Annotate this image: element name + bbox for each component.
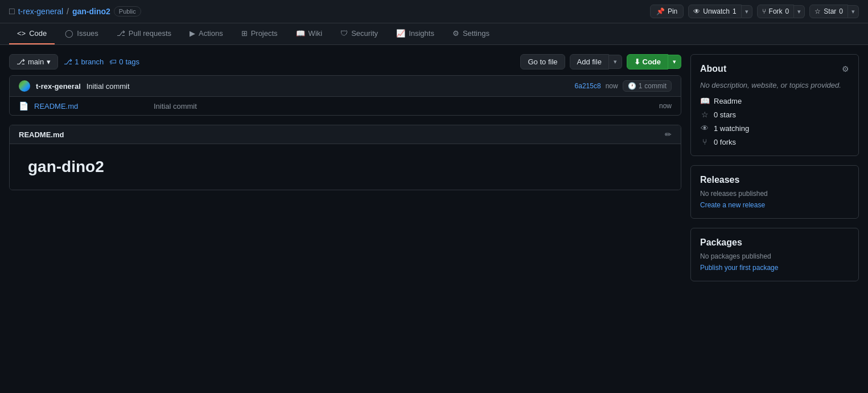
tag-count: 0 [119, 58, 123, 66]
readme-content: gan-dino2 [10, 144, 681, 190]
readme-link[interactable]: Readme [714, 97, 742, 105]
add-file-label: Add file [577, 58, 602, 66]
unwatch-button[interactable]: 👁 Unwatch 1 [688, 5, 741, 18]
unwatch-chevron[interactable]: ▾ [742, 5, 752, 18]
repo-icon: □ [9, 6, 15, 17]
fork-chevron[interactable]: ▾ [794, 5, 805, 18]
tab-projects[interactable]: ⊞ Projects [233, 23, 286, 44]
main-content: ⎇ main ▾ ⎇ 1 branch 🏷 0 tags Go to file [0, 45, 868, 290]
code-button[interactable]: ⬇ Code [627, 54, 668, 69]
unwatch-count: 1 [733, 7, 737, 15]
fork-icon: ⑂ [762, 7, 766, 15]
nav-action-buttons: 📌 Pin 👁 Unwatch 1 ▾ ⑂ Fork 0 ▾ ☆ [650, 5, 859, 18]
unwatch-label: Unwatch [703, 7, 730, 15]
readme-title: README.md [19, 130, 64, 139]
commit-number: 1 [639, 82, 643, 90]
readme-edit-icon[interactable]: ✏ [665, 130, 672, 139]
repo-name-link[interactable]: gan-dino2 [72, 7, 110, 16]
watching-link[interactable]: 1 watching [714, 124, 749, 133]
go-to-file-button[interactable]: Go to file [520, 54, 565, 69]
tab-security[interactable]: 🛡 Security [332, 23, 386, 44]
tag-count-link[interactable]: 🏷 0 tags [109, 58, 139, 66]
tab-bar: <> Code ◯ Issues ⎇ Pull requests ▶ Actio… [0, 23, 868, 45]
left-column: ⎇ main ▾ ⎇ 1 branch 🏷 0 tags Go to file [9, 54, 681, 281]
tab-code[interactable]: <> Code [9, 23, 55, 44]
add-file-chevron[interactable]: ▾ [609, 55, 622, 69]
issues-tab-icon: ◯ [65, 29, 73, 38]
star-button[interactable]: ☆ Star 0 [809, 5, 848, 18]
commit-header: t-rex-general Initial commit 6a215c8 now… [10, 76, 681, 97]
stars-stat-row: ☆ 0 stars [700, 110, 849, 119]
commit-clock-icon: 🕐 [628, 82, 636, 90]
stars-label: stars [720, 110, 736, 119]
eye-icon: 👁 [693, 7, 700, 15]
code-btn-label: Code [643, 58, 661, 66]
commit-message: Initial commit [87, 82, 130, 91]
commit-count[interactable]: 🕐 1 commit [623, 80, 672, 92]
top-nav: □ t-rex-general / gan-dino2 Public 📌 Pin… [0, 0, 868, 23]
branch-name: main [28, 58, 44, 66]
file-type-icon: 📄 [19, 101, 28, 110]
tab-wiki[interactable]: 📖 Wiki [288, 23, 331, 44]
tab-settings[interactable]: ⚙ Settings [445, 23, 497, 44]
tab-insights[interactable]: 📈 Insights [388, 23, 442, 44]
actions-tab-icon: ▶ [190, 29, 195, 38]
about-section: About ⚙ No description, website, or topi… [690, 54, 859, 156]
about-header: About ⚙ [700, 64, 849, 74]
star-chevron[interactable]: ▾ [848, 5, 859, 18]
fork-button[interactable]: ⑂ Fork 0 [757, 5, 795, 18]
about-settings-icon[interactable]: ⚙ [842, 64, 849, 73]
fork-label: Fork [769, 7, 783, 15]
committer-name[interactable]: t-rex-general [36, 82, 81, 91]
file-commit-message: Initial commit [154, 102, 653, 110]
tab-issues[interactable]: ◯ Issues [57, 23, 106, 44]
publish-package-link[interactable]: Publish your first package [700, 264, 778, 272]
packages-section: Packages No packages published Publish y… [690, 228, 859, 281]
readme-project-name: gan-dino2 [28, 158, 663, 176]
projects-tab-icon: ⊞ [241, 29, 248, 38]
file-name-link[interactable]: README.md [34, 102, 148, 110]
tab-pull-requests[interactable]: ⎇ Pull requests [109, 23, 179, 44]
pr-tab-label: Pull requests [129, 29, 171, 38]
fork-count: 0 [785, 7, 789, 15]
code-button-group: ⬇ Code ▾ [627, 54, 681, 69]
packages-title: Packages [700, 238, 849, 248]
add-file-button[interactable]: Add file [570, 54, 609, 69]
code-tab-icon: <> [17, 29, 26, 38]
create-release-link[interactable]: Create a new release [700, 201, 765, 209]
watching-count: 1 [714, 124, 718, 133]
watching-stat-icon: 👁 [700, 124, 709, 133]
tag-icon: 🏷 [109, 58, 117, 66]
forks-stat-icon: ⑂ [700, 137, 709, 146]
pin-icon: 📌 [656, 7, 665, 15]
forks-label: forks [720, 138, 736, 146]
stars-stat-icon: ☆ [700, 110, 709, 119]
branch-count-link[interactable]: ⎇ 1 branch [64, 58, 104, 66]
forks-link[interactable]: 0 forks [714, 138, 736, 146]
issues-tab-label: Issues [77, 29, 98, 38]
wiki-tab-label: Wiki [308, 29, 323, 38]
branch-selector[interactable]: ⎇ main ▾ [9, 54, 58, 69]
tag-label: tags [125, 58, 139, 66]
branch-left: ⎇ main ▾ ⎇ 1 branch 🏷 0 tags [9, 54, 139, 69]
insights-tab-icon: 📈 [396, 29, 405, 38]
star-button-group: ☆ Star 0 ▾ [809, 5, 859, 18]
releases-title: Releases [700, 175, 849, 185]
commit-hash[interactable]: 6a215c8 [575, 82, 601, 90]
branch-right: Go to file Add file ▾ ⬇ Code ▾ [520, 54, 681, 69]
pin-button[interactable]: 📌 Pin [650, 5, 684, 18]
unwatch-button-group: 👁 Unwatch 1 ▾ [688, 5, 752, 18]
repo-owner-link[interactable]: t-rex-general [18, 7, 63, 16]
wiki-tab-icon: 📖 [296, 29, 305, 38]
commit-right: 6a215c8 now 🕐 1 commit [575, 80, 672, 92]
code-chevron[interactable]: ▾ [668, 55, 681, 69]
pin-label: Pin [668, 7, 677, 15]
branch-label: branch [81, 58, 104, 66]
stars-link[interactable]: 0 stars [714, 110, 736, 119]
branch-count: 1 [75, 58, 79, 66]
branch-bar: ⎇ main ▾ ⎇ 1 branch 🏷 0 tags Go to file [9, 54, 681, 69]
tab-actions[interactable]: ▶ Actions [182, 23, 231, 44]
forks-stat-row: ⑂ 0 forks [700, 137, 849, 146]
repo-visibility-badge: Public [114, 6, 141, 17]
commit-label: commit [644, 82, 667, 90]
